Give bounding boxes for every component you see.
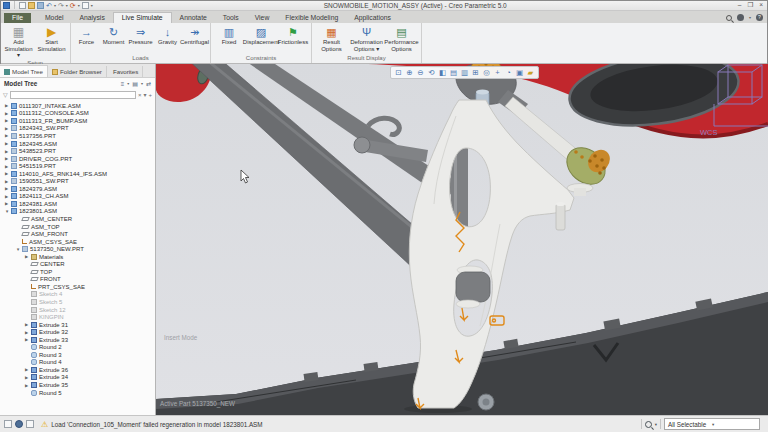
tree-row[interactable]: ▶ Extrude 35	[0, 381, 155, 389]
tree-filter-settings-icon[interactable]: ≡	[121, 81, 125, 87]
help-icon[interactable]: ?	[756, 14, 763, 21]
tree-row[interactable]: ASM_TOP	[0, 223, 155, 231]
panel-tab-model-tree[interactable]: Model Tree	[0, 65, 48, 77]
save-icon[interactable]	[37, 2, 44, 9]
tree-row[interactable]: Sketch 12	[0, 306, 155, 314]
tree-row[interactable]: ▶ Materials	[0, 253, 155, 261]
notifications-icon[interactable]	[26, 420, 34, 428]
tree-collapse-icon[interactable]: ⇄	[146, 80, 151, 87]
3d-box-icon[interactable]: ▣	[515, 67, 524, 78]
tab-file[interactable]: File	[4, 13, 31, 23]
tab-flexible-modeling[interactable]: Flexible Modeling	[277, 13, 346, 23]
add-simulation-button[interactable]: Add Simulation ▾	[3, 25, 34, 59]
tree-row[interactable]: ▶ 1824113_CH.ASM	[0, 193, 155, 201]
panel-tab-favorites[interactable]: Favorites	[107, 66, 143, 77]
sim-display-icon[interactable]: ▰	[526, 67, 535, 78]
find-caret-icon[interactable]: ▾	[655, 422, 657, 427]
repaint-icon[interactable]: ⟲	[427, 67, 436, 78]
close-button[interactable]: ×	[759, 1, 763, 9]
tree-row[interactable]: ▶ 114010_AFS_RNK144_IFS.ASM	[0, 170, 155, 178]
tree-row[interactable]: ▶ 5438523.PRT	[0, 147, 155, 155]
tree-row[interactable]: Round 2	[0, 344, 155, 352]
tab-annotate[interactable]: Annotate	[172, 13, 215, 23]
regenerate-icon[interactable]: ⟳	[70, 2, 76, 9]
tree-row[interactable]: ▶ Extrude 32	[0, 328, 155, 336]
tree-filter-input[interactable]	[10, 91, 136, 99]
tree-row[interactable]: ▼ 1823801.ASM	[0, 208, 155, 216]
status-message[interactable]: Load 'Connection_105_Moment' failed rege…	[51, 421, 638, 428]
tree-row[interactable]: TOP	[0, 268, 155, 276]
connect-icon[interactable]	[737, 14, 744, 21]
tree-row[interactable]: ▶ Extrude 33	[0, 336, 155, 344]
new-file-icon[interactable]	[19, 2, 26, 9]
warning-icon[interactable]: ⚠	[41, 420, 48, 429]
selection-filter-dropdown[interactable]: All Selectable ▾	[664, 418, 760, 430]
result-options-button[interactable]: Result Options	[315, 25, 348, 52]
tree-toggle-icon[interactable]	[4, 420, 12, 428]
tree-row[interactable]: Round 4	[0, 359, 155, 367]
tree-row[interactable]: Round 5	[0, 389, 155, 397]
tab-tools[interactable]: Tools	[215, 13, 247, 23]
tree-row[interactable]: ▶ 0111307_INTAKE.ASM	[0, 102, 155, 110]
spin-center-icon[interactable]: +	[493, 67, 502, 78]
tree-row[interactable]: ▶ DRIVER_COG.PRT	[0, 155, 155, 163]
tree-columns-icon[interactable]: ▤	[132, 80, 138, 87]
tab-live-simulate[interactable]: Live Simulate	[113, 12, 172, 23]
tab-applications[interactable]: Applications	[346, 13, 399, 23]
find-icon[interactable]	[645, 421, 652, 428]
deformation-options-button[interactable]: Deformation Options ▾	[350, 25, 383, 52]
tree-row[interactable]: Sketch 5	[0, 298, 155, 306]
tree-row[interactable]: ▶ 1824381.ASM	[0, 200, 155, 208]
windows-icon[interactable]	[82, 2, 89, 9]
graphics-viewport[interactable]: WCS ⊡ ⊕ ⊖ ⟲ ◧ ▤ ▥ ⊞ ◎	[156, 64, 768, 415]
saved-orientations-icon[interactable]: ▤	[449, 67, 458, 78]
tree-row[interactable]: ASM_CSYS_SAE	[0, 238, 155, 246]
tree-row[interactable]: ▶ 1824379.ASM	[0, 185, 155, 193]
refit-icon[interactable]: ⊡	[394, 67, 403, 78]
undo-caret-icon[interactable]: ▾	[54, 3, 56, 8]
minimize-button[interactable]: –	[738, 1, 742, 9]
redo-caret-icon[interactable]: ▾	[66, 3, 68, 8]
tree-row[interactable]: ▶ 1824345.ASM	[0, 140, 155, 148]
tree-row[interactable]: Round 3	[0, 351, 155, 359]
restore-button[interactable]: ❐	[747, 1, 753, 9]
tab-model[interactable]: Model	[37, 13, 72, 23]
zoom-in-icon[interactable]: ⊕	[405, 67, 414, 78]
tree-row[interactable]: ▶ 5451519.PRT	[0, 162, 155, 170]
search-icon[interactable]	[726, 15, 732, 21]
tree-row[interactable]: ▶ 1590551_SW.PRT	[0, 177, 155, 185]
redo-icon[interactable]: ↷	[58, 2, 64, 9]
tab-analysis[interactable]: Analysis	[71, 13, 112, 23]
tree-row[interactable]: FRONT	[0, 276, 155, 284]
view-manager-icon[interactable]: ▥	[460, 67, 469, 78]
display-style-icon[interactable]: ◧	[438, 67, 447, 78]
tree-row[interactable]: CENTER	[0, 260, 155, 268]
tree-row[interactable]: ▶ 0111313_FR_BUMP.ASM	[0, 117, 155, 125]
frictionless-button[interactable]: Frictionless	[278, 25, 308, 46]
tree-row[interactable]: KINGPIN	[0, 313, 155, 321]
displacement-button[interactable]: Displacement	[246, 25, 276, 46]
tree-row[interactable]: ▶ Extrude 34	[0, 374, 155, 382]
zoom-out-icon[interactable]: ⊖	[416, 67, 425, 78]
open-file-icon[interactable]	[28, 2, 35, 9]
regenerate-caret-icon[interactable]: ▾	[78, 3, 80, 8]
tree-row[interactable]: PRT_CSYS_SAE	[0, 283, 155, 291]
datum-display-icon[interactable]: ⊞	[471, 67, 480, 78]
moment-button[interactable]: Moment	[101, 25, 126, 46]
tree-row[interactable]: ▼ 5137350_NEW.PRT	[0, 245, 155, 253]
tree-row[interactable]: ▶ 0111312_CONSOLE.ASM	[0, 110, 155, 118]
annotation-display-icon[interactable]: ◎	[482, 67, 491, 78]
filter-clear-icon[interactable]: ×	[138, 91, 142, 99]
filter-add-icon[interactable]: +	[148, 91, 152, 99]
tab-view[interactable]: View	[247, 13, 278, 23]
tree-row[interactable]: ▶ 1824343_SW.PRT	[0, 125, 155, 133]
perspective-icon[interactable]: ◔	[504, 67, 513, 78]
start-simulation-button[interactable]: Start Simulation	[36, 25, 67, 52]
tree-row[interactable]: ASM_CENTER	[0, 215, 155, 223]
undo-icon[interactable]: ↶	[46, 2, 52, 9]
centrifugal-button[interactable]: Centrifugal	[182, 25, 207, 46]
pressure-button[interactable]: Pressure	[128, 25, 153, 46]
performance-options-button[interactable]: Performance Options	[385, 25, 418, 52]
tree-row[interactable]: ▶ Extrude 31	[0, 321, 155, 329]
fixed-button[interactable]: Fixed	[214, 25, 244, 46]
